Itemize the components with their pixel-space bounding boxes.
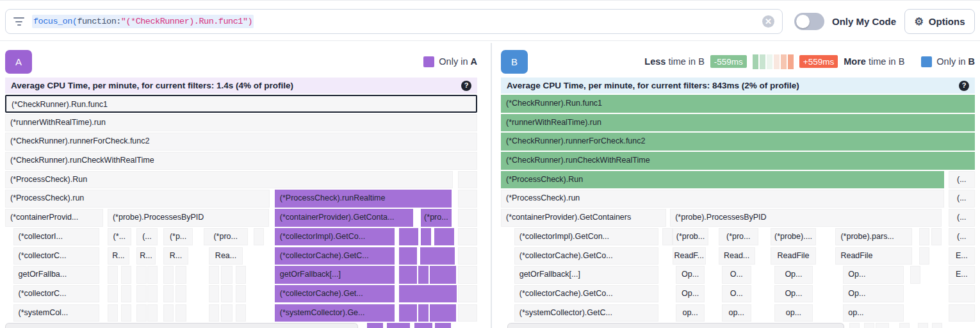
flame-sliver[interactable] (918, 323, 928, 328)
flame-sliver[interactable] (446, 304, 456, 322)
flame-sliver[interactable] (407, 304, 417, 322)
flame-sliver[interactable] (163, 285, 174, 303)
flame-sliver[interactable] (209, 304, 219, 322)
flame-cell[interactable]: (... (949, 171, 975, 189)
flame-cell[interactable]: (*systemCollector).GetC... (514, 304, 658, 322)
flame-sliver[interactable] (418, 304, 429, 322)
flame-sliver[interactable] (931, 228, 942, 246)
flame-cell[interactable]: (*pro... (204, 228, 248, 246)
only-my-code-toggle[interactable] (794, 13, 824, 30)
flame-sliver[interactable] (910, 266, 920, 284)
flame-cell[interactable]: O... (722, 266, 751, 284)
flame-cell[interactable]: getOrFallba... (13, 266, 100, 284)
flame-sliver[interactable] (458, 266, 477, 284)
flame-cell[interactable]: (... (949, 228, 975, 246)
flame-cell[interactable]: R... (163, 247, 188, 265)
flame-sliver[interactable] (221, 285, 233, 303)
flame-cell[interactable]: Op... (676, 266, 705, 284)
flame-sliver[interactable] (458, 190, 477, 208)
flame-sliver[interactable] (407, 247, 417, 265)
flame-sliver[interactable] (176, 285, 186, 303)
help-icon[interactable]: ? (959, 81, 969, 91)
flame-sliver[interactable] (444, 228, 454, 246)
flame-sliver[interactable] (876, 323, 889, 328)
flame-sliver[interactable] (221, 266, 233, 284)
flame-cell[interactable]: op... (843, 304, 904, 322)
flame-sliver[interactable] (254, 228, 264, 246)
flame-sliver[interactable] (418, 266, 429, 284)
flame-sliver[interactable] (919, 247, 929, 265)
flame-cell[interactable]: (*p... (163, 228, 193, 246)
flame-sliver[interactable] (949, 285, 975, 303)
flame-cell[interactable]: getOrFallback[...] (514, 266, 658, 284)
flame-sliver[interactable] (176, 266, 186, 284)
flame-sliver[interactable] (387, 323, 397, 328)
flame-cell[interactable]: E... (949, 247, 975, 265)
flame-cell[interactable]: (... (949, 190, 975, 208)
flame-sliver[interactable] (421, 228, 431, 246)
flame-cell[interactable]: ReadFile (771, 247, 816, 265)
flame-sliver[interactable] (662, 228, 673, 246)
flame-sliver[interactable] (458, 285, 477, 303)
flame-cell[interactable]: Op... (774, 285, 813, 303)
flame-cell[interactable]: Read... (719, 247, 755, 265)
flame-cell[interactable]: (*runnerWithRealTime).run (501, 114, 975, 132)
flame-sliver[interactable] (458, 171, 477, 189)
flame-sliver[interactable] (458, 209, 477, 227)
flame-sliver[interactable] (434, 228, 445, 246)
flame-cell[interactable]: (*CheckRunner).runCheckWithRealTime (5, 152, 477, 170)
flame-sliver[interactable] (849, 323, 860, 328)
flame-sliver[interactable] (458, 304, 477, 322)
flame-sliver[interactable] (236, 304, 246, 322)
help-icon[interactable]: ? (461, 81, 471, 91)
flame-sliver[interactable] (507, 323, 845, 328)
flame-cell[interactable]: (*pro... (719, 228, 758, 246)
flame-cell[interactable]: (... (949, 209, 975, 227)
flame-cell[interactable]: (*probe).ProcessesByPID (108, 209, 269, 227)
flame-cell[interactable]: ReadFile (835, 247, 912, 265)
flame-cell[interactable]: (*pro... (421, 209, 452, 227)
flame-cell[interactable]: (*containerProvider).GetContainers (501, 209, 666, 227)
flame-cell[interactable]: (*CheckRunner).runnerForCheck.func2 (501, 133, 975, 151)
flame-sliver[interactable] (407, 266, 417, 284)
flame-cell[interactable]: Op... (676, 285, 705, 303)
flame-cell[interactable]: (*collectorCache).GetC... (275, 247, 395, 265)
flame-sliver[interactable] (396, 323, 410, 328)
flame-sliver[interactable] (163, 304, 174, 322)
flame-sliver[interactable] (236, 285, 246, 303)
flame-sliver[interactable] (414, 285, 425, 303)
flame-cell[interactable]: Op... (774, 266, 813, 284)
flame-cell[interactable]: (*collectorC... (13, 247, 100, 265)
flame-sliver[interactable] (147, 285, 158, 303)
flame-cell[interactable]: op... (676, 304, 705, 322)
flame-cell[interactable]: (*CheckRunner).runCheckWithRealTime (501, 152, 975, 170)
flame-sliver[interactable] (919, 228, 929, 246)
flame-sliver[interactable] (209, 285, 219, 303)
flame-sliver[interactable] (435, 323, 450, 328)
flame-cell[interactable]: (*ProcessCheck).runRealtime (275, 190, 452, 208)
flame-cell[interactable]: (*probe).pars... (835, 228, 912, 246)
flame-cell[interactable]: Op... (843, 266, 904, 284)
flame-cell[interactable]: (*CheckRunner).Run.func1 (501, 95, 975, 113)
flame-sliver[interactable] (121, 266, 131, 284)
flame-sliver[interactable] (422, 323, 432, 328)
flame-sliver[interactable] (899, 323, 910, 328)
flame-sliver[interactable] (108, 285, 118, 303)
flame-sliver[interactable] (367, 323, 382, 328)
flame-cell[interactable]: (*collectorI... (13, 228, 100, 246)
flame-sliver[interactable] (446, 266, 456, 284)
flame-sliver[interactable] (445, 247, 455, 265)
flame-sliver[interactable] (108, 266, 118, 284)
flame-sliver[interactable] (163, 266, 174, 284)
flame-cell[interactable]: getOrFallback[...] (275, 266, 395, 284)
flame-cell[interactable]: (... (136, 228, 158, 246)
flame-cell[interactable]: (*ProcessCheck).run (5, 190, 270, 208)
flame-cell[interactable]: (*CheckRunner).Run.func1 (5, 95, 477, 113)
flame-cell[interactable]: (*collectorImpl).GetCo... (275, 228, 395, 246)
flame-cell[interactable]: O... (722, 285, 751, 303)
flame-sliver[interactable] (121, 285, 131, 303)
flame-cell[interactable]: Op... (843, 285, 904, 303)
flame-cell[interactable]: (*containerProvider).GetConta... (275, 209, 414, 227)
flame-sliver[interactable] (446, 285, 457, 303)
flame-cell[interactable]: op... (774, 304, 813, 322)
